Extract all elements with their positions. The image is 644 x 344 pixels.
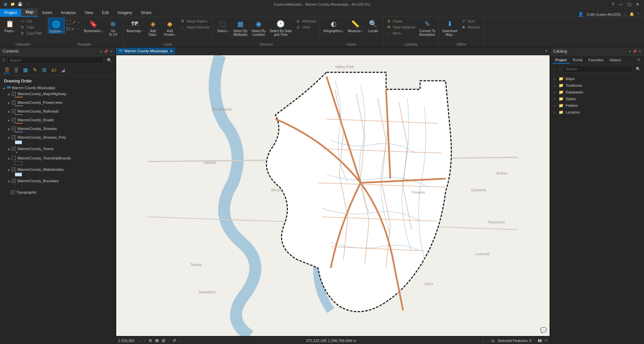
expand-icon[interactable]: ◢ bbox=[7, 92, 10, 95]
layer-checkbox[interactable] bbox=[12, 118, 16, 122]
ribbon-tab-edit[interactable]: Edit bbox=[98, 9, 113, 17]
ribbon-tab-map[interactable]: Map bbox=[21, 8, 38, 17]
layer-checkbox[interactable] bbox=[12, 156, 16, 160]
expand-icon[interactable]: ◢ bbox=[7, 136, 10, 139]
catalog-item[interactable]: ▷ 📁 Locators bbox=[553, 109, 642, 116]
user-menu-chevron[interactable] bbox=[624, 12, 626, 16]
toc-layer-item[interactable]: ◢ WarrenCounty_Railroads bbox=[1, 108, 114, 114]
expand-icon[interactable]: ◢ bbox=[7, 147, 10, 150]
pause-labeling-button[interactable]: ⏸Pause bbox=[385, 18, 417, 24]
list-by-source-icon[interactable]: 🗄 bbox=[13, 67, 19, 73]
select-by-location-button[interactable]: ◉Select By Location bbox=[250, 18, 267, 37]
copy-button[interactable]: ⧉Copy bbox=[19, 24, 44, 30]
zoom-selection-icon[interactable]: ⊡ bbox=[66, 26, 70, 31]
catalog-search-icon[interactable]: 🔍 bbox=[634, 67, 642, 71]
layer-checkbox[interactable] bbox=[12, 100, 16, 105]
paste-button[interactable]: 📋 Paste bbox=[2, 18, 17, 33]
toc-layer-item[interactable]: ◢ WarrenCounty_MajorHighway bbox=[1, 91, 114, 97]
pause-drawing-icon[interactable]: ▮▮ bbox=[538, 338, 542, 343]
list-by-perspective-icon[interactable]: ◢ bbox=[60, 67, 66, 73]
catalog-tab-portal[interactable]: Portal bbox=[570, 57, 585, 64]
copy-path-button[interactable]: ⧉Copy Path bbox=[19, 30, 44, 36]
list-by-labeling-icon[interactable]: 🏷 bbox=[50, 67, 57, 73]
toc-layer-item[interactable]: ◢ WarrenCounty_Towns bbox=[1, 146, 114, 152]
convert-annotation-button[interactable]: ✎Convert To Annotation bbox=[418, 18, 437, 37]
qat-options-icon[interactable] bbox=[25, 2, 30, 7]
locate-button[interactable]: 🔍Locate bbox=[366, 18, 381, 33]
expand-icon[interactable]: ◢ bbox=[7, 180, 10, 183]
full-extent-icon[interactable]: ⛶ bbox=[66, 20, 71, 25]
toc-layer-item[interactable]: ◢ WarrenCounty_Boundary bbox=[1, 178, 114, 184]
expand-icon[interactable]: ◢ bbox=[7, 101, 10, 104]
layer-checkbox[interactable] bbox=[12, 147, 16, 151]
ribbon-collapse-icon[interactable]: ^ bbox=[638, 12, 639, 16]
scale-chevron[interactable] bbox=[138, 339, 140, 343]
expand-icon[interactable]: ▷ bbox=[554, 77, 557, 80]
map-tab[interactable]: 🗺 Warren County Mississippi ✕ bbox=[116, 48, 175, 54]
expand-icon[interactable]: ▷ bbox=[554, 97, 557, 100]
layer-checkbox[interactable] bbox=[12, 92, 16, 96]
attributes-button[interactable]: ≣Attributes bbox=[295, 18, 318, 24]
basemap-checkbox[interactable] bbox=[11, 190, 15, 194]
map-popup-icon[interactable]: 💬 bbox=[540, 327, 547, 333]
sb-icon-4[interactable]: ⇄ bbox=[173, 338, 176, 343]
catalog-item[interactable]: ▷ 📁 Toolboxes bbox=[553, 82, 642, 89]
measure-button[interactable]: 📏Measure bbox=[346, 18, 364, 33]
catalog-item[interactable]: ▷ 📁 Databases bbox=[553, 89, 642, 95]
catalog-item[interactable]: ▷ 📁 Styles bbox=[553, 95, 642, 102]
fixed-zoom-in-icon[interactable]: ↗ bbox=[72, 20, 76, 25]
basemap-button[interactable]: 🗺Basemap bbox=[125, 18, 144, 33]
ribbon-tab-analysis[interactable]: Analysis bbox=[57, 9, 80, 17]
sync-button[interactable]: ⟳Sync bbox=[460, 18, 481, 24]
add-data-button[interactable]: ◈Add Data bbox=[145, 18, 161, 37]
setup-import-button[interactable]: ⚙Setup Import bbox=[179, 18, 211, 24]
goto-xy-button[interactable]: ⊕Go To XY bbox=[106, 18, 121, 37]
user-label[interactable]: Colin (Learn ArcGIS) bbox=[587, 12, 621, 16]
ribbon-tab-project[interactable]: Project bbox=[0, 9, 21, 17]
filter-icon[interactable]: ▽ bbox=[2, 58, 5, 63]
prev-extent-icon[interactable]: ← bbox=[77, 20, 81, 25]
catalog-home-icon[interactable]: ⌂ bbox=[559, 67, 561, 71]
toc-map-item[interactable]: ◢ 🗺 Warren County Mississippi bbox=[1, 85, 114, 91]
toc-layer-item[interactable]: ◢ WarrenCounty_PowerLines bbox=[1, 99, 114, 106]
toc-layer-item[interactable]: ◢ WarrenCounty_Waterbodies bbox=[1, 166, 114, 173]
expand-icon[interactable]: ◢ bbox=[7, 168, 10, 171]
import-records-button[interactable]: ↓Import Records bbox=[179, 24, 211, 30]
pane-close-icon[interactable]: ✕ bbox=[110, 50, 113, 53]
search-icon[interactable]: 🔍 bbox=[106, 58, 113, 63]
save-icon[interactable]: 💾 bbox=[17, 2, 23, 7]
catalog-item[interactable]: ▷ 📁 Folders bbox=[553, 102, 642, 109]
remove-button[interactable]: ✖Remove bbox=[460, 24, 481, 30]
pane-options-icon[interactable]: ▾ bbox=[100, 50, 102, 53]
fixed-zoom-out-icon[interactable]: ↙ bbox=[71, 26, 75, 31]
expand-icon[interactable]: ▷ bbox=[554, 91, 557, 94]
sb-icon-1[interactable]: ⊞ bbox=[149, 338, 152, 343]
layer-checkbox[interactable] bbox=[12, 135, 16, 139]
map-canvas[interactable]: Sondheimer Tallulah Mound Edwards Raymon… bbox=[116, 55, 550, 336]
new-project-icon[interactable]: ▦ bbox=[3, 2, 8, 7]
catalog-tab-project[interactable]: Project bbox=[553, 57, 569, 64]
select-by-date-button[interactable]: 🕒Select By Date and Time bbox=[268, 18, 293, 37]
ribbon-tab-imagery[interactable]: Imagery bbox=[113, 9, 136, 17]
view-options-icon[interactable]: ▾ bbox=[545, 49, 550, 53]
ribbon-tab-insert[interactable]: Insert bbox=[38, 9, 57, 17]
layer-checkbox[interactable] bbox=[12, 179, 16, 183]
select-button[interactable]: ⬚Select bbox=[215, 18, 231, 33]
expand-icon[interactable]: ▷ bbox=[554, 104, 557, 107]
pane-pin-icon[interactable]: 📌 bbox=[104, 50, 108, 53]
expand-icon[interactable]: ◢ bbox=[3, 86, 5, 89]
catalog-menu-icon[interactable]: ≡ bbox=[637, 57, 642, 64]
expand-icon[interactable]: ◢ bbox=[7, 157, 10, 160]
toc-layer-item[interactable]: ◢ WarrenCounty_Streams_Poly bbox=[1, 134, 114, 140]
coords-chevron[interactable] bbox=[482, 339, 484, 343]
map-tab-close-icon[interactable]: ✕ bbox=[170, 49, 173, 53]
select-by-attributes-button[interactable]: ▦Select By Attributes bbox=[232, 18, 249, 37]
expand-icon[interactable]: ◢ bbox=[7, 127, 10, 130]
catalog-pin-icon[interactable]: 📌 bbox=[633, 50, 637, 53]
close-icon[interactable]: ✕ bbox=[636, 2, 639, 7]
toc-layer-item[interactable]: ◢ WarrenCounty_Streams bbox=[1, 126, 114, 132]
list-by-snapping-icon[interactable]: ⊞ bbox=[41, 67, 48, 73]
sb-icon-3[interactable]: ▧ bbox=[162, 338, 165, 343]
infographics-button[interactable]: ◐Infographics bbox=[322, 18, 345, 33]
bookmarks-button[interactable]: 🔖Bookmarks bbox=[83, 18, 104, 33]
